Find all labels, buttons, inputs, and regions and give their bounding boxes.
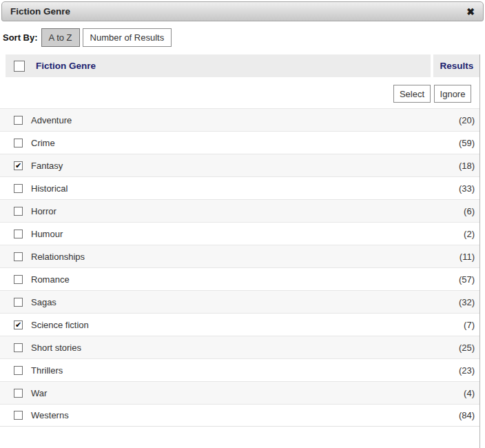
genre-label: War xyxy=(31,388,47,398)
genre-result-count: (59) xyxy=(459,138,475,148)
sort-by-label: Sort By: xyxy=(3,32,38,43)
select-button[interactable]: Select xyxy=(393,85,431,103)
genre-list: Adventure (20) Crime (59) ✔ Fantasy (18)… xyxy=(0,108,480,427)
sort-a-to-z-button[interactable]: A to Z xyxy=(41,28,80,47)
row-checkbox[interactable] xyxy=(14,139,23,147)
genre-result-count: (4) xyxy=(464,388,475,398)
table-header: Fiction Genre xyxy=(6,54,431,77)
sort-by-bar: Sort By: A to Z Number of Results xyxy=(3,28,172,47)
genre-result-count: (23) xyxy=(459,365,475,376)
genre-row[interactable]: Humour (2) xyxy=(0,222,480,245)
genre-row[interactable]: ✔ Science fiction (7) xyxy=(0,313,480,336)
genre-row[interactable]: Crime (59) xyxy=(0,131,480,154)
row-checkbox[interactable] xyxy=(14,389,23,398)
genre-label: Sagas xyxy=(31,297,56,307)
genre-row[interactable]: Thrillers (23) xyxy=(0,358,480,381)
dialog-title: Fiction Genre xyxy=(10,6,70,17)
dialog-titlebar: Fiction Genre ✖ xyxy=(1,1,484,21)
genre-row[interactable]: ✔ Fantasy (18) xyxy=(0,154,480,176)
genre-row[interactable]: Historical (33) xyxy=(0,176,480,199)
genre-label: Relationships xyxy=(31,252,85,262)
genre-label: Crime xyxy=(31,138,55,148)
genre-result-count: (57) xyxy=(459,274,475,285)
row-checkbox[interactable] xyxy=(14,343,23,352)
row-checkbox[interactable] xyxy=(14,230,23,238)
genre-row[interactable]: Short stories (25) xyxy=(0,336,480,358)
genre-result-count: (25) xyxy=(459,343,475,353)
row-checkbox[interactable] xyxy=(14,116,23,125)
row-checkbox[interactable] xyxy=(14,207,23,216)
row-checkbox[interactable] xyxy=(14,411,23,420)
row-checkbox[interactable] xyxy=(14,298,23,307)
dialog-right-border xyxy=(479,54,480,448)
ignore-button[interactable]: Ignore xyxy=(434,85,471,103)
genre-label: Westerns xyxy=(31,410,69,420)
column-header-results: Results xyxy=(440,61,474,71)
close-icon[interactable]: ✖ xyxy=(466,7,475,17)
genre-label: Humour xyxy=(31,229,63,239)
genre-result-count: (11) xyxy=(460,252,475,262)
genre-row[interactable]: Relationships (11) xyxy=(0,245,480,267)
genre-row[interactable]: Sagas (32) xyxy=(0,290,480,313)
sort-number-of-results-button[interactable]: Number of Results xyxy=(83,28,172,47)
row-checkbox[interactable] xyxy=(14,366,23,375)
row-checkbox[interactable] xyxy=(14,184,23,193)
genre-result-count: (20) xyxy=(459,115,475,125)
genre-result-count: (33) xyxy=(459,183,475,194)
row-checkbox[interactable] xyxy=(14,252,23,261)
genre-label: Historical xyxy=(31,183,68,194)
genre-row[interactable]: Adventure (20) xyxy=(0,108,480,131)
genre-label: Fantasy xyxy=(31,161,63,171)
genre-label: Thrillers xyxy=(31,365,63,376)
select-all-checkbox[interactable] xyxy=(14,61,25,72)
genre-result-count: (84) xyxy=(459,410,475,420)
genre-label: Short stories xyxy=(31,343,81,353)
row-checkbox[interactable]: ✔ xyxy=(14,320,23,329)
row-checkbox[interactable]: ✔ xyxy=(14,161,23,170)
genre-result-count: (18) xyxy=(459,161,475,171)
genre-label: Science fiction xyxy=(31,320,89,330)
action-buttons: Select Ignore xyxy=(0,85,480,103)
genre-label: Horror xyxy=(31,206,56,216)
genre-row[interactable]: War (4) xyxy=(0,381,480,404)
genre-result-count: (6) xyxy=(464,206,475,216)
genre-result-count: (7) xyxy=(464,320,475,330)
genre-label: Adventure xyxy=(31,115,72,125)
genre-label: Romance xyxy=(31,274,70,285)
column-header-genre: Fiction Genre xyxy=(36,61,96,71)
genre-result-count: (32) xyxy=(459,297,475,307)
genre-result-count: (2) xyxy=(464,229,475,239)
genre-row[interactable]: Romance (57) xyxy=(0,267,480,290)
fiction-genre-dialog: Fiction Genre ✖ Sort By: A to Z Number o… xyxy=(0,0,485,448)
row-checkbox[interactable] xyxy=(14,275,23,284)
genre-row[interactable]: Horror (6) xyxy=(0,199,480,222)
table-header-results: Results xyxy=(433,54,480,77)
genre-row[interactable]: Westerns (84) xyxy=(0,404,480,427)
